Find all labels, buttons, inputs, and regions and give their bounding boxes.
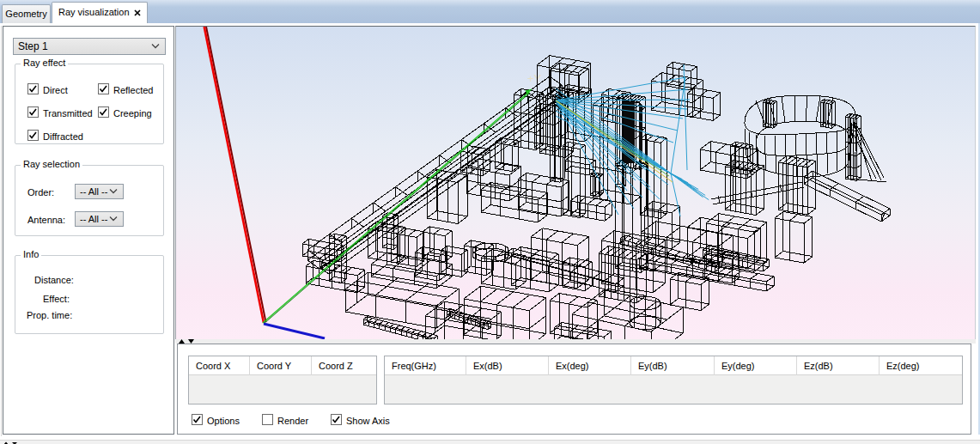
svg-text:+Y: +Y [527, 72, 542, 85]
